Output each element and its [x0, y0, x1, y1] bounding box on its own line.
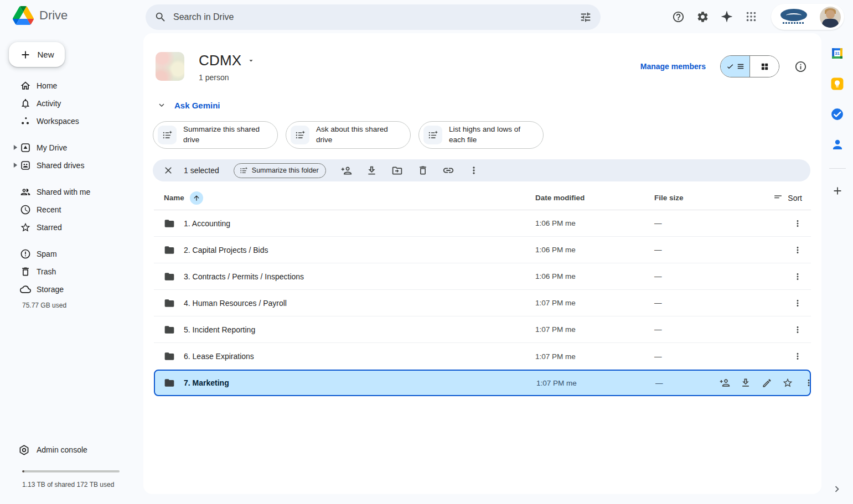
search-bar[interactable]: [146, 4, 601, 30]
details-button[interactable]: [794, 60, 807, 73]
file-name: 6. Lease Expirations: [184, 352, 254, 361]
user-avatar[interactable]: [820, 7, 841, 28]
bell-icon: [20, 98, 31, 109]
sidebar-item-spam[interactable]: Spam: [0, 245, 143, 263]
more-actions-button[interactable]: [792, 324, 803, 335]
download-icon: [366, 165, 378, 176]
more-actions-button[interactable]: [792, 245, 803, 256]
download-button[interactable]: [740, 377, 751, 388]
date-modified: 1:07 PM me: [536, 379, 655, 387]
calendar-app-button[interactable]: 31: [830, 45, 845, 61]
more-vertical-icon: [793, 272, 803, 282]
sidebar-item-my-drive[interactable]: My Drive: [0, 139, 143, 157]
drive-title-button[interactable]: CDMX: [199, 52, 255, 69]
hide-side-panel-button[interactable]: [830, 482, 844, 496]
sidebar-item-trash[interactable]: Trash: [0, 263, 143, 280]
apps-grid-button[interactable]: [745, 10, 758, 23]
account-pill[interactable]: [771, 4, 844, 30]
more-vertical-icon: [793, 298, 803, 308]
spam-icon: [20, 248, 31, 259]
clock-icon: [20, 204, 31, 215]
rename-button[interactable]: [761, 377, 772, 388]
gemini-button[interactable]: [720, 10, 733, 23]
column-file-size[interactable]: File size: [654, 194, 718, 202]
more-actions-button[interactable]: [792, 271, 803, 282]
column-date-modified[interactable]: Date modified: [535, 194, 654, 202]
table-row-selected[interactable]: 7. Marketing 1:07 PM me —: [154, 370, 811, 396]
shared-drives-icon: [20, 160, 31, 171]
expand-caret-icon[interactable]: [13, 144, 18, 150]
sort-button[interactable]: Sort: [718, 193, 811, 202]
table-row[interactable]: 1. Accounting 1:06 PM me —: [154, 210, 811, 237]
delete-button[interactable]: [417, 164, 429, 176]
date-modified: 1:06 PM me: [535, 219, 654, 227]
star-button[interactable]: [782, 377, 793, 388]
table-row[interactable]: 2. Capital Projects / Bids 1:06 PM me —: [154, 237, 811, 263]
folder-icon: [164, 298, 175, 309]
tasks-app-button[interactable]: [830, 106, 845, 122]
share-button[interactable]: [340, 164, 353, 176]
sidebar-item-starred[interactable]: Starred: [0, 219, 143, 236]
search-input[interactable]: [173, 12, 573, 22]
table-row[interactable]: 6. Lease Expirations 1:07 PM me —: [154, 343, 811, 370]
more-actions-button[interactable]: [792, 218, 803, 229]
storage-progress-bar: [22, 470, 120, 472]
more-actions-button[interactable]: [792, 298, 803, 309]
sort-label: Sort: [788, 194, 802, 202]
chip-ask-about-drive[interactable]: Ask about this shared drive: [286, 121, 411, 149]
clear-selection-button[interactable]: [162, 164, 175, 177]
sidebar-item-shared-with-me[interactable]: Shared with me: [0, 183, 143, 201]
grid-view-icon: [760, 62, 769, 71]
more-vertical-icon: [793, 351, 803, 361]
side-panel: 31: [821, 33, 853, 504]
drive-header: CDMX 1 person: [156, 52, 255, 82]
main-content: CDMX 1 person Manage members Ask Gemini: [143, 33, 821, 494]
close-icon: [163, 165, 174, 176]
help-button[interactable]: [671, 10, 685, 23]
table-row[interactable]: 3. Contracts / Permits / Inspections 1:0…: [154, 263, 811, 290]
sidebar-item-storage[interactable]: Storage: [0, 280, 143, 298]
sidebar-item-recent[interactable]: Recent: [0, 201, 143, 219]
share-button[interactable]: [719, 377, 730, 388]
keep-app-button[interactable]: [830, 76, 845, 91]
list-view-icon: [737, 63, 745, 70]
table-row[interactable]: 4. Human Resources / Payroll 1:07 PM me …: [154, 290, 811, 316]
admin-console-label: Admin console: [37, 445, 87, 454]
settings-button[interactable]: [696, 10, 709, 23]
more-actions-button[interactable]: [803, 377, 814, 388]
admin-console-link[interactable]: Admin console: [0, 441, 143, 459]
help-icon: [672, 11, 685, 23]
file-name: 3. Contracts / Permits / Inspections: [184, 272, 304, 281]
summarize-folder-button[interactable]: Summarize this folder: [234, 163, 326, 178]
folder-icon: [164, 271, 175, 282]
sidebar-item-shared-drives[interactable]: Shared drives: [0, 157, 143, 174]
download-button[interactable]: [366, 164, 378, 176]
date-modified: 1:07 PM me: [535, 325, 654, 334]
more-actions-button[interactable]: [792, 351, 803, 362]
sort-direction-badge[interactable]: [190, 191, 203, 205]
move-button[interactable]: [391, 164, 404, 176]
chip-list-highs-lows[interactable]: List highs and lows of each file: [418, 121, 544, 149]
ask-gemini-toggle[interactable]: Ask Gemini: [157, 100, 220, 110]
more-vertical-icon: [804, 378, 814, 388]
table-row[interactable]: 5. Incident Reporting 1:07 PM me —: [154, 316, 811, 343]
sidebar-item-home[interactable]: Home: [0, 77, 143, 95]
manage-members-link[interactable]: Manage members: [640, 62, 706, 71]
column-name[interactable]: Name: [154, 191, 535, 205]
new-button[interactable]: New: [9, 42, 65, 67]
expand-caret-icon[interactable]: [13, 162, 18, 168]
drive-logo[interactable]: Drive: [13, 6, 68, 25]
copy-link-button[interactable]: [442, 164, 454, 176]
contacts-app-button[interactable]: [830, 137, 845, 152]
summarize-icon: [240, 167, 248, 175]
grid-view-button[interactable]: [750, 56, 779, 77]
sidebar-item-activity[interactable]: Activity: [0, 95, 143, 112]
sidebar-item-label: Home: [37, 81, 57, 90]
search-filters-icon[interactable]: [580, 11, 592, 23]
add-apps-button[interactable]: [830, 183, 845, 199]
more-actions-button[interactable]: [468, 164, 480, 176]
sidebar-item-label: Spam: [37, 250, 57, 258]
list-view-button[interactable]: [721, 56, 749, 77]
sidebar-item-workspaces[interactable]: Workspaces: [0, 112, 143, 130]
chip-summarize-drive[interactable]: Summarize this shared drive: [153, 121, 278, 149]
